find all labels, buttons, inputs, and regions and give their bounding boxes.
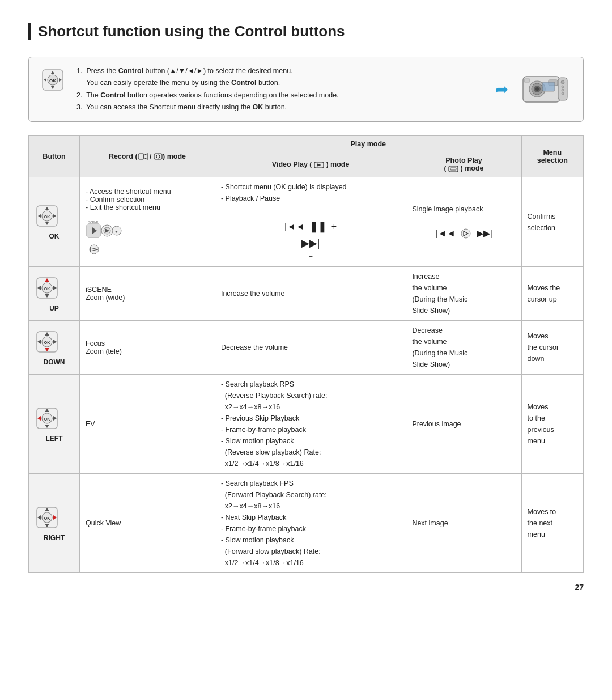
th-record: Record ( / ) mode [80, 136, 215, 177]
table-row: OK UP iSCENEZoom (wide) Increase the vol… [29, 267, 584, 321]
button-cell-left: OK LEFT [29, 375, 80, 474]
control-button-icon: OK [38, 65, 67, 96]
svg-marker-21 [144, 154, 147, 159]
svg-rect-13 [524, 79, 530, 82]
svg-rect-27 [450, 168, 456, 170]
svg-rect-26 [449, 166, 458, 172]
svg-point-46 [461, 229, 470, 238]
svg-rect-19 [542, 82, 555, 91]
button-label-down: DOWN [35, 358, 74, 366]
svg-marker-25 [317, 163, 321, 166]
button-label-right: RIGHT [35, 534, 74, 542]
table-row: OK RIGHT Quick View - Search playback FP… [29, 474, 584, 573]
table-row: OK DOWN FocusZoom (tele) Decrease the vo… [29, 321, 584, 375]
svg-point-23 [156, 155, 160, 158]
ok-menu-cell: Confirmsselection [521, 177, 583, 267]
down-record-cell: FocusZoom (tele) [80, 321, 215, 375]
svg-text:OK: OK [44, 417, 50, 421]
button-label-ok: OK [35, 232, 74, 240]
shortcut-table: Button Record ( / ) mode Play mode Menus… [28, 135, 584, 573]
page-title: Shortcut function using the Control butt… [28, 23, 584, 40]
table-row: OK OK - Access the shortcut menu - Confi… [29, 177, 584, 267]
svg-point-17 [562, 89, 564, 91]
button-cell-down: OK DOWN [29, 321, 80, 375]
intro-text: 1. Press the Control button (▲/▼/◄/►) to… [76, 65, 486, 113]
svg-text:OK: OK [49, 78, 56, 83]
left-video-cell: - Search playback RPS (Reverse Playback … [215, 375, 406, 474]
th-video-play: Video Play ( ) mode [215, 152, 406, 177]
th-photo-play: Photo Play( ) mode [406, 152, 521, 177]
intro-box: OK 1. Press the Control button (▲/▼/◄/►)… [28, 57, 584, 122]
th-menu-sel: Menuselection [521, 136, 583, 177]
button-cell-ok: OK OK [29, 177, 80, 267]
svg-point-16 [562, 86, 564, 88]
page-number: 27 [28, 579, 584, 592]
svg-text:OK: OK [44, 516, 50, 520]
right-video-cell: - Search playback FPS (Forward Playback … [215, 474, 406, 573]
left-menu-cell: Movesto thepreviousmenu [521, 375, 583, 474]
svg-rect-20 [138, 154, 144, 159]
svg-text:SCENE: SCENE [88, 220, 99, 224]
up-video-cell: Increase the volume [215, 267, 406, 321]
up-menu-cell: Moves thecursor up [521, 267, 583, 321]
button-cell-right: OK RIGHT [29, 474, 80, 573]
down-photo-cell: Decreasethe volume(During the MusicSlide… [406, 321, 521, 375]
svg-text:OK: OK [44, 341, 50, 345]
right-menu-cell: Moves tothe nextmenu [521, 474, 583, 573]
svg-point-11 [536, 87, 539, 91]
left-record-cell: EV [80, 375, 215, 474]
intro-arrow-icon: ➦ [495, 80, 508, 99]
svg-text:OK: OK [44, 287, 50, 291]
th-button: Button [29, 136, 80, 177]
button-label-up: UP [35, 304, 74, 312]
svg-text:●: ● [115, 229, 118, 234]
svg-point-18 [562, 92, 564, 95]
ok-photo-cell: Single image playback |◄◄ ▶▶| [406, 177, 521, 267]
right-record-cell: Quick View [80, 474, 215, 573]
th-play-mode: Play mode [215, 136, 521, 152]
ok-record-cell: - Access the shortcut menu - Confirm sel… [80, 177, 215, 267]
svg-point-15 [561, 80, 564, 84]
up-record-cell: iSCENEZoom (wide) [80, 267, 215, 321]
down-video-cell: Decrease the volume [215, 321, 406, 375]
camera-illustration [517, 65, 574, 112]
down-menu-cell: Movesthe cursordown [521, 321, 583, 375]
button-cell-up: OK UP [29, 267, 80, 321]
svg-text:OK: OK [44, 215, 50, 219]
button-label-left: LEFT [35, 435, 74, 443]
right-photo-cell: Next image [406, 474, 521, 573]
ok-video-cell: - Shortcut menu (OK guide) is displayed … [215, 177, 406, 267]
left-photo-cell: Previous image [406, 375, 521, 474]
table-row: OK LEFT EV - Search playback RPS (Revers… [29, 375, 584, 474]
up-photo-cell: Increasethe volume(During the MusicSlide… [406, 267, 521, 321]
